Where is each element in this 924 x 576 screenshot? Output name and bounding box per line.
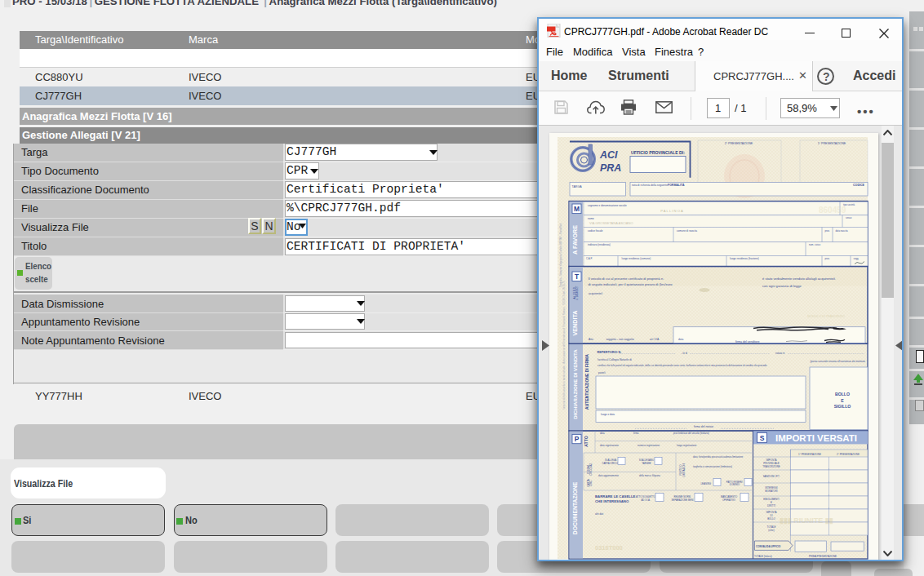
- svg-text:AUTENTICAZIONE DI FIRMA: AUTENTICAZIONE DI FIRMA: [584, 354, 589, 410]
- svg-text:AD I.V.A.: AD I.V.A.: [641, 498, 650, 502]
- svg-text:di seguito indicato/i, per il: di seguito indicato/i, per il quietanzat…: [589, 282, 673, 286]
- svg-text:numero registrazione: numero registrazione: [637, 444, 660, 447]
- svg-text:860459: 860459: [819, 206, 846, 215]
- svg-text:S: S: [760, 434, 765, 442]
- svg-text:art I.V.A.: art I.V.A.: [650, 338, 660, 341]
- svg-text:DIRITTI: DIRITTI: [767, 504, 775, 507]
- svg-text:M: M: [574, 205, 580, 213]
- svg-text:TARGA: TARGA: [572, 185, 583, 188]
- svg-text:1° PRESENTAZIONE: 1° PRESENTAZIONE: [798, 453, 821, 456]
- svg-text:0316T000: 0316T000: [595, 544, 623, 552]
- svg-text:MORATORI: MORATORI: [765, 490, 778, 493]
- svg-text:soggetto – non soggetto: soggetto – non soggetto: [606, 338, 634, 341]
- svg-text:sesso: sesso: [846, 216, 852, 219]
- svg-text:E: E: [841, 398, 844, 403]
- svg-text:LEASING: LEASING: [700, 482, 711, 485]
- svg-text:prot./indirizzo del veicolo (t: prot./indirizzo del veicolo (titolario): [673, 432, 709, 435]
- svg-text:VENDITA: VENDITA: [571, 310, 579, 335]
- svg-text:P: P: [575, 435, 580, 443]
- svg-text:della marca; filigrana: della marca; filigrana: [639, 474, 660, 477]
- svg-text:2ª PRESENTAZIONE: 2ª PRESENTAZIONE: [725, 142, 753, 145]
- svg-text:(cifre): (cifre): [768, 529, 774, 532]
- svg-text:C.A.P.: C.A.P.: [586, 257, 593, 260]
- svg-text:firma del venditore: firma del venditore: [735, 340, 760, 343]
- svg-text:parte/i: parte/i: [598, 371, 606, 374]
- svg-text:luogo registrazione: luogo registrazione: [677, 444, 697, 447]
- svg-text:Imposta di bollo assolta in mo: Imposta di bollo assolta in modo virtual…: [562, 281, 566, 409]
- svg-text:data: data: [600, 432, 605, 435]
- svg-text:SEPARAZIONE BENI: SEPARAZIONE BENI: [672, 498, 694, 502]
- svg-text:SANZIONI I.P.T.: SANZIONI I.P.T.: [763, 475, 780, 478]
- svg-text:...le di: ...le di: [681, 352, 687, 355]
- svg-text:PRIMA PRESENTAZIONE: PRIMA PRESENTAZIONE: [809, 555, 837, 558]
- svg-text:PRA: PRA: [600, 162, 621, 174]
- svg-text:certifico che la/le parte/i di: certifico che la/le parte/i di seguito i…: [597, 364, 767, 367]
- svg-text:DOCUMENTAZIONE: DOCUMENTAZIONE: [572, 481, 578, 534]
- svg-text:LIMITAZIONI: LIMITAZIONI: [682, 463, 686, 476]
- svg-text:VIA GROSSETANA ASCIANO: VIA GROSSETANA ASCIANO: [589, 221, 633, 225]
- svg-text:codice fiscale: codice fiscale: [588, 229, 603, 233]
- svg-text:data; furto/perdita possesso/s: data; furto/perdita possesso/scadenza li…: [693, 455, 744, 459]
- svg-text:TARGHE: TARGHE: [642, 462, 651, 465]
- svg-text:(previa concorde rinunzia all’: (previa concorde rinunzia all’assistenza…: [811, 360, 866, 363]
- svg-text:A FAVORE: A FAVORE: [571, 225, 579, 255]
- svg-text:nota di richiesta della seguen: nota di richiesta della seguente: [632, 184, 668, 187]
- svg-text:Tipografia – Stampato d’ingegn: Tipografia – Stampato d’ingegneria; Graf…: [559, 223, 562, 287]
- svg-text:MODULO DI TRASCRIZIO: MODULO DI TRASCRIZIO: [807, 315, 845, 318]
- svg-text:luogo residenza (frazione): luogo residenza (frazione): [730, 257, 759, 260]
- svg-text:luogo residenza (comune): luogo residenza (comune): [622, 257, 651, 260]
- svg-text:CHE INTERESSANO: CHE INTERESSANO: [595, 499, 629, 503]
- svg-text:DOMINIO: DOMINIO: [730, 483, 740, 486]
- svg-text:notaio in: notaio in: [775, 352, 785, 355]
- svg-text:CIRCOLAZ.: CIRCOLAZ.: [589, 463, 593, 476]
- svg-text:segg.: segg.: [854, 257, 860, 260]
- svg-text:con ogni garanzia di legge: con ogni garanzia di legge: [762, 284, 802, 288]
- svg-text:2° PRESENTAZIONE: 2° PRESENTAZIONE: [837, 453, 860, 456]
- svg-text:cognome e denominazione social: cognome e denominazione sociale: [588, 204, 627, 207]
- svg-text:CARTA CIRCOL.: CARTA CIRCOL.: [602, 462, 619, 465]
- svg-text:data registrazione: data registrazione: [600, 444, 619, 447]
- svg-text:T: T: [575, 272, 580, 281]
- svg-text:FORMALITÀ: FORMALITÀ: [668, 183, 685, 187]
- svg-text:Il veicolo di cui al presente: Il veicolo di cui al presente certificat…: [589, 277, 664, 281]
- svg-text:Atto: Atto: [589, 338, 593, 341]
- svg-text:indirizzo (residenza): indirizzo (residenza): [588, 243, 611, 246]
- svg-text:TRASCRIZIONE: TRASCRIZIONE: [762, 465, 780, 468]
- svg-text:OPERATIVO: OPERATIVO: [722, 498, 736, 502]
- svg-text:BOLLO: BOLLO: [835, 392, 850, 397]
- svg-text:n. 1814/1927: n. 1814/1927: [575, 286, 579, 299]
- svg-text:acquirente/i: acquirente/i: [589, 292, 602, 295]
- svg-text:Iscritto al Collegio Notarile: Iscritto al Collegio Notarile di: [597, 358, 632, 361]
- svg-text:CONVALIDA UFFICIO: CONVALIDA UFFICIO: [756, 545, 781, 548]
- svg-text:CIRC.: CIRC.: [589, 480, 593, 486]
- svg-text:firma del notaio: firma del notaio: [694, 425, 713, 428]
- svg-text:prov.: prov.: [825, 257, 830, 260]
- svg-text:prov.: prov.: [825, 229, 830, 233]
- svg-text:luogo e data: luogo e data: [601, 413, 615, 416]
- svg-text:altri dati: altri dati: [595, 512, 603, 516]
- svg-text:▮▮▮ RIUNITE ▮▮: ▮▮▮ RIUNITE ▮▮: [780, 516, 833, 525]
- svg-text:ATTO: ATTO: [584, 436, 589, 447]
- svg-text:num. civico: num. civico: [809, 243, 820, 246]
- svg-text:P A L L I N O A: P A L L I N O A: [660, 209, 683, 213]
- svg-text:BARRARE LE CASELLE: BARRARE LE CASELLE: [595, 494, 636, 498]
- svg-text:REPERTORIO N.: REPERTORIO N.: [597, 351, 622, 354]
- svg-text:firma: firma: [633, 432, 639, 435]
- svg-text:DICHIARAZIONE DI VENDITA: DICHIARAZIONE DI VENDITA: [572, 349, 578, 419]
- svg-text:comune di nascita: comune di nascita: [677, 229, 697, 233]
- svg-text:BOLLO: BOLLO: [767, 517, 775, 521]
- svg-text:TOTALE (lettere): TOTALE (lettere): [754, 555, 772, 558]
- svg-text:nome: nome: [588, 217, 594, 220]
- svg-text:UFFICIO PROVINCIALE DI:: UFFICIO PROVINCIALE DI:: [631, 150, 685, 155]
- svg-text:ACI: ACI: [599, 149, 618, 161]
- svg-text:1ª PRESENTAZIONE: 1ª PRESENTAZIONE: [818, 142, 846, 145]
- svg-text:data nascita: data nascita: [836, 229, 849, 233]
- svg-text:è stato verbalmente venduto al: è stato verbalmente venduto allo/agli ac…: [762, 277, 836, 281]
- svg-text:CODICE: CODICE: [853, 184, 865, 187]
- svg-text:targhetta o comunicazione (tim: targhetta o comunicazione (timbratura): [693, 465, 732, 468]
- svg-text:SIGILLO: SIGILLO: [834, 404, 851, 409]
- svg-text:data aggiornamento: data aggiornamento: [598, 474, 619, 477]
- svg-text:data: data: [678, 338, 683, 341]
- svg-text:IMPORTI VERSATI: IMPORTI VERSATI: [775, 433, 857, 443]
